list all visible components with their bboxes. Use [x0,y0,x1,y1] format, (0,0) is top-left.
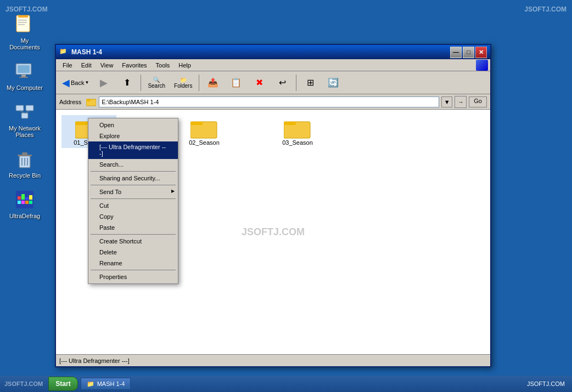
address-input[interactable] [99,96,439,107]
delete-button[interactable]: ✖ [248,73,270,93]
desktop-icon-my-computer[interactable]: My Computer [3,58,47,93]
recycle-bin-icon [14,148,36,170]
back-arrow-icon: ◀ [62,77,70,89]
menu-tools[interactable]: Tools [152,61,175,70]
svg-rect-30 [86,99,91,101]
desktop-icons: My Documents My Computer My Network Plac… [0,0,49,373]
desktop-icon-my-network[interactable]: My Network Places [3,99,47,140]
go-button[interactable]: Go [469,96,487,107]
svg-rect-27 [25,201,29,204]
ctx-ultra-defrag[interactable]: [--- Ultra Defragmenter ---] [88,141,178,159]
menu-favorites[interactable]: Favorites [117,61,151,70]
refresh-button[interactable]: 🔄 [322,73,344,93]
desktop-icon-my-documents[interactable]: My Documents [3,11,47,53]
ctx-copy[interactable]: Copy [88,211,178,222]
address-label: Address [59,99,81,105]
svg-rect-6 [18,65,30,73]
up-button[interactable]: ⬆ [116,73,138,93]
ctx-sep-1 [91,171,176,172]
address-dropdown-button[interactable]: ▼ [441,96,452,107]
recycle-bin-label: Recycle Bin [9,172,41,179]
up-icon: ⬆ [124,77,131,88]
ctx-send-to[interactable]: Send To [88,186,178,197]
folder-03-season[interactable]: 03_Season [270,115,325,148]
search-button[interactable]: 🔍 Search [144,73,169,93]
ctx-cut[interactable]: Cut [88,200,178,211]
undo-button[interactable]: ↩ [271,73,293,93]
close-button[interactable]: ✕ [475,47,487,58]
my-documents-icon [14,13,36,35]
move-to-button[interactable]: 📤 [202,73,224,93]
forward-button[interactable]: ▶ [93,73,115,93]
svg-rect-26 [21,201,25,204]
toolbar-sep-1 [141,75,141,91]
folder-02-label: 02_Season [189,139,220,146]
toolbar-sep-3 [296,75,296,91]
desktop-icon-ultra-defrag[interactable]: UltraDefrag [3,186,47,221]
address-go-arrow[interactable]: → [455,96,467,108]
svg-line-12 [20,111,25,113]
ctx-explore[interactable]: Explore [88,130,178,141]
title-bar-buttons: — □ ✕ [450,47,487,58]
my-computer-label: My Computer [7,84,43,91]
ctx-search[interactable]: Search... [88,159,178,170]
menu-file[interactable]: File [58,61,77,70]
ctx-sharing[interactable]: Sharing and Security... [88,173,178,184]
status-text: [--- Ultra Defragmenter ---] [59,357,130,364]
folder-02-icon [190,117,218,139]
svg-rect-23 [25,197,29,200]
ctx-delete[interactable]: Delete [88,247,178,258]
svg-rect-3 [18,22,27,23]
start-button[interactable]: Start [48,377,77,391]
refresh-icon: 🔄 [328,77,339,88]
folder-03-label: 03_Season [282,139,313,146]
toolbar: ◀ Back ▼ ▶ ⬆ 🔍 Search 📁 Folders 📤 📋 ✖ [56,71,490,94]
ctx-properties[interactable]: Properties [88,271,178,282]
ultra-defrag-label: UltraDefrag [9,213,40,219]
taskbar-window-item[interactable]: 📁 MASH 1-4 [81,378,131,390]
desktop-icon-recycle-bin[interactable]: Recycle Bin [3,146,47,181]
folder-02-season[interactable]: 02_Season [177,115,232,148]
folders-button[interactable]: 📁 Folders [170,73,196,93]
back-label: Back [71,79,84,86]
maximize-button[interactable]: □ [463,47,474,58]
ctx-rename[interactable]: Rename [88,258,178,269]
menu-help[interactable]: Help [174,61,195,70]
svg-rect-7 [21,75,26,77]
menu-view[interactable]: View [96,61,118,70]
svg-rect-0 [16,15,30,32]
my-network-icon [14,101,36,123]
context-menu: Open Explore [--- Ultra Defragmenter ---… [88,118,178,284]
undo-icon: ↩ [279,77,286,88]
svg-rect-8 [19,77,28,78]
svg-rect-24 [29,195,32,200]
ctx-sep-4 [91,234,176,235]
menu-edit[interactable]: Edit [77,61,96,70]
ctx-create-shortcut[interactable]: Create Shortcut [88,236,178,247]
views-icon: ⊞ [307,77,314,88]
views-button[interactable]: ⊞ [299,73,321,93]
folder-03-icon [284,117,311,139]
my-documents-label: My Documents [5,37,44,50]
move-icon: 📤 [208,77,218,88]
title-bar: 📁 MASH 1-4 — □ ✕ [56,45,490,59]
content-watermark: JSOFTJ.COM [242,226,305,238]
svg-rect-25 [18,201,21,204]
svg-rect-2 [18,20,27,21]
copy-icon: 📋 [231,77,242,88]
address-folder-icon [86,96,97,107]
ctx-sep-5 [91,270,176,270]
ctx-open[interactable]: Open [88,120,178,130]
status-bar: [--- Ultra Defragmenter ---] [56,354,490,366]
svg-rect-1 [18,15,28,18]
ctx-paste[interactable]: Paste [88,222,178,233]
ultra-defrag-icon [14,189,36,211]
minimize-button[interactable]: — [450,47,462,58]
back-button[interactable]: ◀ Back ▼ [59,73,92,93]
taskbar: JSOFTJ.COM Start 📁 MASH 1-4 JSOFTJ.COM [0,376,572,392]
toolbar-sep-2 [199,75,199,91]
copy-to-button[interactable]: 📋 [225,73,247,93]
taskbar-watermark-left: JSOFTJ.COM [0,380,47,387]
address-bar: Address ▼ → Go [56,94,490,110]
svg-rect-34 [190,122,203,125]
